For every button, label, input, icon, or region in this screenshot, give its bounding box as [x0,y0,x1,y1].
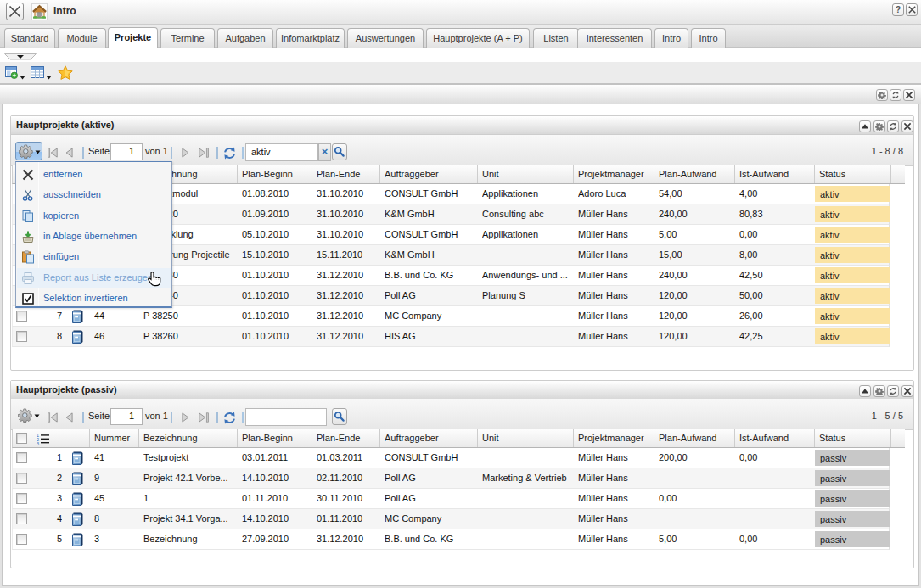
svg-text:3: 3 [37,441,39,445]
